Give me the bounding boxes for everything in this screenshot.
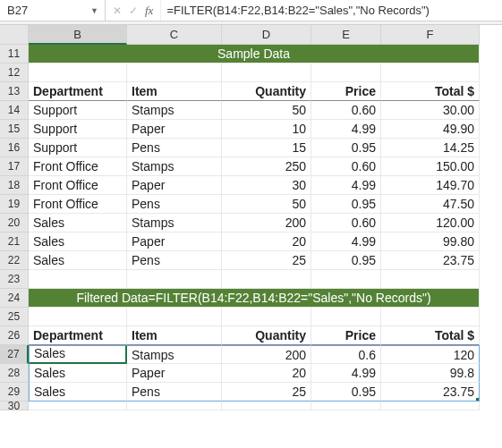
cell[interactable]: 0.95 [311, 195, 381, 214]
cell[interactable] [127, 402, 222, 410]
cell[interactable]: 149.70 [381, 176, 480, 195]
col-header-E[interactable]: E [311, 25, 381, 45]
cell[interactable]: 50 [222, 195, 311, 214]
cell[interactable]: Paper [127, 120, 222, 139]
cell[interactable]: Pens [127, 195, 222, 214]
cell[interactable] [381, 270, 480, 289]
row-header[interactable]: 11 [0, 45, 29, 63]
cell[interactable]: 20 [222, 232, 311, 251]
cell[interactable]: 4.99 [311, 232, 381, 251]
cell[interactable]: 0.6 [311, 345, 381, 364]
cell[interactable]: Sales [29, 251, 127, 270]
cell[interactable]: Paper [127, 232, 222, 251]
cancel-icon[interactable]: ✕ [113, 4, 122, 17]
cell[interactable]: 25 [222, 251, 311, 270]
cell[interactable]: 0.95 [311, 139, 381, 157]
header-total[interactable]: Total $ [381, 82, 480, 101]
cell[interactable] [311, 308, 381, 326]
cell[interactable]: Sales [29, 364, 127, 383]
row-header[interactable]: 21 [0, 232, 29, 251]
cell[interactable]: Paper [127, 364, 222, 383]
cell[interactable]: 4.99 [311, 120, 381, 139]
formula-input[interactable]: =FILTER(B14:F22,B14:B22="Sales","No Reco… [161, 0, 502, 21]
cell[interactable] [381, 308, 480, 326]
cell[interactable]: 0.60 [311, 101, 381, 120]
cell[interactable] [29, 270, 127, 289]
header-department[interactable]: Department [29, 82, 127, 101]
cell[interactable]: 0.95 [311, 383, 381, 402]
row-header[interactable]: 12 [0, 63, 29, 82]
header-price[interactable]: Price [311, 82, 381, 101]
cell[interactable] [311, 270, 381, 289]
cell[interactable]: 0.95 [311, 251, 381, 270]
cell[interactable]: Sales [29, 383, 127, 402]
fx-icon[interactable]: fx [145, 4, 153, 18]
cell[interactable]: Pens [127, 139, 222, 157]
cell[interactable]: Pens [127, 383, 222, 402]
cell[interactable]: 47.50 [381, 195, 480, 214]
cell[interactable]: 150.00 [381, 157, 480, 176]
cell[interactable]: 120.00 [381, 214, 480, 232]
cell[interactable]: Stamps [127, 101, 222, 120]
cell[interactable]: 250 [222, 157, 311, 176]
cell[interactable] [222, 308, 311, 326]
row-header[interactable]: 14 [0, 101, 29, 120]
cell[interactable] [127, 308, 222, 326]
cell[interactable]: 200 [222, 214, 311, 232]
cell[interactable]: 25 [222, 383, 311, 402]
row-header[interactable]: 17 [0, 157, 29, 176]
header-department[interactable]: Department [29, 326, 127, 345]
header-quantity[interactable]: Quantity [222, 326, 311, 345]
cell[interactable] [222, 402, 311, 410]
cell[interactable]: 0.60 [311, 214, 381, 232]
cell[interactable]: Front Office [29, 157, 127, 176]
cell[interactable]: 30.00 [381, 101, 480, 120]
col-header-D[interactable]: D [222, 25, 311, 45]
cell[interactable]: Sales [29, 214, 127, 232]
cell[interactable]: Sales [29, 232, 127, 251]
cell[interactable]: Support [29, 139, 127, 157]
cell[interactable]: 23.75 [381, 251, 480, 270]
cell[interactable] [29, 402, 127, 410]
cell[interactable]: Pens [127, 251, 222, 270]
select-all-corner[interactable] [0, 25, 29, 45]
row-header[interactable]: 18 [0, 176, 29, 195]
cell[interactable]: Front Office [29, 176, 127, 195]
cell[interactable] [311, 402, 381, 410]
cell[interactable] [222, 270, 311, 289]
cell[interactable]: 99.8 [381, 364, 480, 383]
row-header[interactable]: 27 [0, 345, 29, 364]
cell[interactable]: 4.99 [311, 364, 381, 383]
col-header-C[interactable]: C [127, 25, 222, 45]
name-box-dropdown-icon[interactable]: ▼ [88, 6, 101, 15]
header-price[interactable]: Price [311, 326, 381, 345]
cell[interactable] [29, 63, 127, 82]
col-header-F[interactable]: F [381, 25, 480, 45]
cell[interactable]: 49.90 [381, 120, 480, 139]
cell[interactable]: Stamps [127, 157, 222, 176]
cell[interactable]: Support [29, 120, 127, 139]
spreadsheet-grid[interactable]: B C D E F 11 Sample Data 12 13 Departmen… [0, 25, 502, 410]
cell[interactable]: Front Office [29, 195, 127, 214]
header-item[interactable]: Item [127, 82, 222, 101]
cell[interactable]: 15 [222, 139, 311, 157]
cell[interactable]: Support [29, 101, 127, 120]
cell[interactable]: 10 [222, 120, 311, 139]
row-header[interactable]: 15 [0, 120, 29, 139]
cell[interactable]: Stamps [127, 345, 222, 364]
row-header[interactable]: 19 [0, 195, 29, 214]
row-header[interactable]: 24 [0, 289, 29, 308]
row-header[interactable]: 22 [0, 251, 29, 270]
cell[interactable]: 99.80 [381, 232, 480, 251]
cell[interactable]: Stamps [127, 214, 222, 232]
row-header[interactable]: 28 [0, 364, 29, 383]
cell[interactable]: 4.99 [311, 176, 381, 195]
cell[interactable]: 23.75 [381, 383, 480, 402]
row-header[interactable]: 25 [0, 308, 29, 326]
cell[interactable]: 200 [222, 345, 311, 364]
cell[interactable]: 120 [381, 345, 480, 364]
cell[interactable] [127, 63, 222, 82]
header-quantity[interactable]: Quantity [222, 82, 311, 101]
cell[interactable] [127, 270, 222, 289]
header-item[interactable]: Item [127, 326, 222, 345]
